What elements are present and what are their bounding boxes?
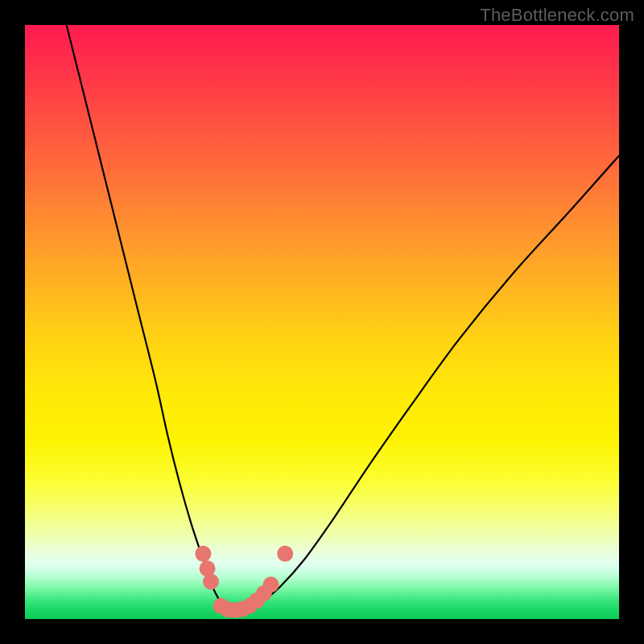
data-marker [263,576,279,592]
chart-frame: TheBottleneck.com [0,0,644,644]
chart-svg [25,25,619,619]
bottleneck-curve [67,25,619,611]
data-marker [203,574,219,590]
watermark-text: TheBottleneck.com [480,5,634,26]
data-marker [195,546,211,562]
plot-area [25,25,619,619]
data-marker [277,546,293,562]
curve-layer [67,25,619,611]
marker-layer [195,546,293,618]
